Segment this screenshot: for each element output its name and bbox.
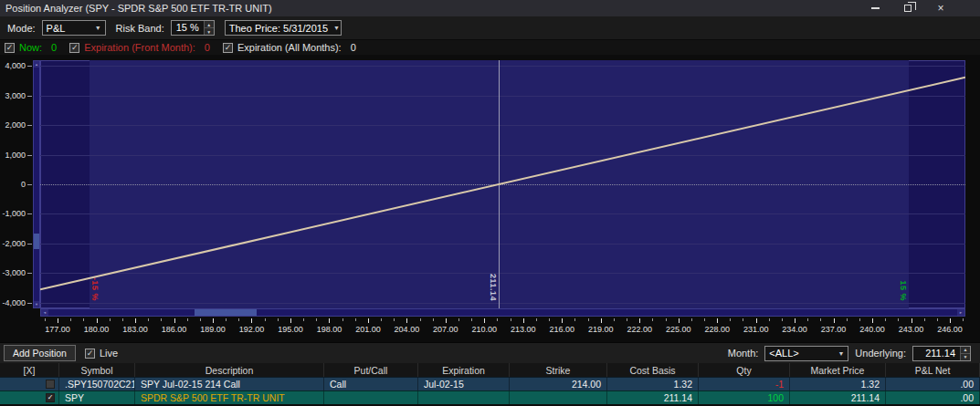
table-row[interactable]: ✓SPYSPDR S&P 500 ETF TR-TR UNIT211.14100…: [0, 390, 980, 404]
x-tick-label: 216.00: [550, 325, 575, 334]
x-minor-tick-mark: [924, 318, 925, 321]
x-tick-label: 180.00: [84, 325, 110, 334]
mode-select[interactable]: P&L ▼: [42, 20, 106, 36]
underlying-stepper[interactable]: 211.14 ▲ ▼: [912, 346, 971, 361]
x-minor-tick-mark: [511, 318, 511, 321]
row-checkbox[interactable]: [46, 380, 55, 389]
add-position-button[interactable]: Add Position: [4, 345, 76, 361]
legend-row: ✓ Now: 0 ✓ Expiration (Front Month): 0 ✓…: [0, 40, 980, 55]
scroll-left-icon[interactable]: ◄: [41, 309, 48, 316]
y-tick-mark: [27, 213, 32, 214]
x-minor-tick-mark: [471, 318, 472, 321]
y-tick-mark: [27, 125, 32, 126]
scroll-up-icon[interactable]: ▲: [34, 61, 39, 68]
risk-band-stepper[interactable]: 15 % ▲ ▼: [171, 20, 215, 36]
x-tick-label: 225.00: [666, 325, 691, 334]
y-tick-label: -1,000: [2, 209, 26, 218]
month-select[interactable]: <ALL> ▼: [764, 346, 848, 361]
x-minor-tick-mark: [342, 318, 343, 321]
x-tick-label: 213.00: [511, 325, 536, 334]
bottom-bar: Add Position ✓ Live Month: <ALL> ▼ Under…: [0, 342, 980, 363]
expiration-front-checkbox[interactable]: ✓: [69, 43, 79, 53]
toolbar: Mode: P&L ▼ Risk Band: 15 % ▲ ▼ Theo Pri…: [0, 16, 980, 40]
x-tick-label: 189.00: [200, 325, 226, 334]
spin-up-icon[interactable]: ▲: [205, 21, 214, 28]
table-cell: 1.32: [607, 378, 699, 390]
x-tick-label: 243.00: [899, 325, 924, 334]
x-tick-mark: [290, 318, 291, 323]
legend-expiration-front: ✓ Expiration (Front Month): 0: [69, 42, 210, 53]
table-cell: [418, 391, 510, 404]
restore-button[interactable]: [901, 3, 914, 14]
now-checkbox[interactable]: ✓: [5, 43, 15, 53]
table-header-cell[interactable]: Description: [135, 363, 324, 377]
x-tick-label: 234.00: [782, 325, 807, 334]
minimize-button[interactable]: [869, 3, 881, 14]
table-header-cell[interactable]: Put/Call: [324, 363, 418, 377]
table-cell: Jul-02-15: [418, 378, 510, 390]
y-axis: 4,0003,0002,0001,0000-1,000-2,000-3,000-…: [0, 55, 33, 342]
legend-now: ✓ Now: 0: [5, 42, 57, 53]
table-cell: SPY Jul-02-15 214 Call: [135, 378, 324, 390]
x-minor-tick-mark: [963, 318, 964, 321]
theo-price-select[interactable]: Theo Price: 5/31/2015 ▼: [225, 20, 342, 36]
pnl-line: [40, 60, 965, 308]
y-tick-mark: [27, 303, 32, 304]
x-minor-tick-mark: [200, 318, 201, 321]
expiration-all-checkbox[interactable]: ✓: [223, 43, 233, 53]
x-minor-tick-mark: [355, 318, 356, 321]
window-title: Position Analyzer (SPY - SPDR S&P 500 ET…: [5, 3, 869, 14]
x-tick-label: 228.00: [704, 325, 730, 334]
x-minor-tick-mark: [885, 318, 886, 321]
table-header-cell[interactable]: Symbol: [59, 363, 135, 377]
spin-up-icon[interactable]: ▲: [961, 347, 970, 354]
month-value: <ALL>: [769, 348, 832, 359]
table-cell: [0, 378, 59, 390]
horizontal-scrollbar-thumb[interactable]: [195, 309, 257, 316]
chevron-down-icon: ▼: [333, 25, 340, 31]
x-minor-tick-mark: [161, 318, 162, 321]
minimize-icon: [871, 7, 880, 9]
vertical-scrollbar[interactable]: ▲ ▼: [33, 60, 40, 308]
scroll-right-icon[interactable]: ►: [957, 309, 964, 316]
table-header-cell[interactable]: Qty: [699, 363, 790, 377]
title-bar[interactable]: Position Analyzer (SPY - SPDR S&P 500 ET…: [0, 0, 980, 16]
x-minor-tick-mark: [70, 318, 71, 321]
x-tick-mark: [717, 318, 718, 323]
live-checkbox[interactable]: ✓: [85, 349, 95, 359]
vertical-scrollbar-thumb[interactable]: [34, 234, 39, 249]
y-tick-mark: [27, 155, 32, 156]
x-tick-mark: [912, 318, 912, 323]
table-header-cell[interactable]: Expiration: [418, 363, 510, 377]
x-tick-mark: [446, 318, 447, 323]
horizontal-scrollbar[interactable]: ◄ ►: [40, 308, 965, 317]
table-header-cell[interactable]: Market Price: [790, 363, 886, 377]
x-minor-tick-mark: [782, 318, 783, 321]
spin-down-icon[interactable]: ▼: [205, 28, 214, 35]
row-checkbox[interactable]: ✓: [46, 393, 55, 402]
spin-down-icon[interactable]: ▼: [961, 354, 970, 360]
x-tick-mark: [562, 318, 563, 323]
close-button[interactable]: ×: [934, 3, 947, 14]
table-body: .SPY150702C214SPY Jul-02-15 214 CallCall…: [0, 377, 980, 404]
scroll-down-icon[interactable]: ▼: [34, 301, 39, 307]
table-header-cell[interactable]: Strike: [510, 363, 607, 377]
table-cell: .00: [886, 378, 980, 390]
table-header-cell[interactable]: P&L Net: [886, 363, 980, 377]
y-tick-mark: [27, 184, 32, 185]
y-tick-mark: [27, 96, 32, 97]
x-tick-mark: [601, 318, 602, 323]
x-minor-tick-mark: [458, 318, 459, 321]
expiration-all-label: Expiration (All Months):: [237, 42, 342, 53]
x-minor-tick-mark: [859, 318, 860, 321]
plot-area[interactable]: -15 %211.1415 %: [40, 60, 965, 308]
x-tick-mark: [756, 318, 757, 323]
table-header-cell[interactable]: Cost Basis: [607, 363, 699, 377]
x-minor-tick-mark: [316, 318, 317, 321]
now-label: Now:: [19, 42, 42, 53]
table-header-cell[interactable]: [X]: [0, 363, 59, 377]
table-row[interactable]: .SPY150702C214SPY Jul-02-15 214 CallCall…: [0, 377, 980, 390]
y-tick-label: 2,000: [5, 120, 26, 130]
x-minor-tick-mark: [394, 318, 395, 321]
close-icon: ×: [937, 2, 943, 15]
